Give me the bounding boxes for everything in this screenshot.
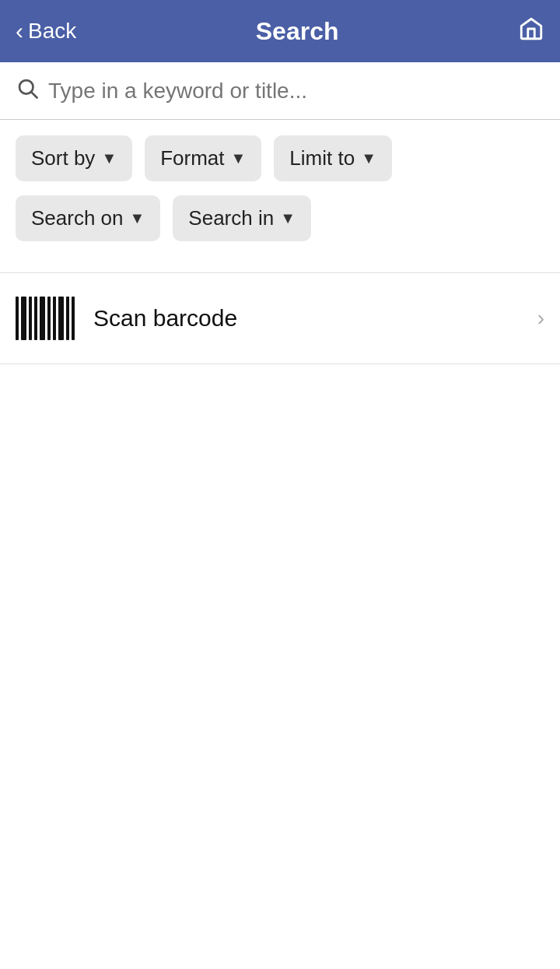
scan-barcode-label: Scan barcode	[93, 305, 537, 332]
svg-line-1	[32, 93, 37, 98]
home-icon[interactable]	[518, 16, 544, 47]
search-on-label: Search on	[31, 206, 124, 230]
search-bar	[0, 62, 560, 120]
search-in-arrow-icon: ▼	[280, 209, 296, 227]
format-button[interactable]: Format ▼	[145, 135, 261, 181]
search-on-button[interactable]: Search on ▼	[16, 195, 160, 241]
search-in-button[interactable]: Search in ▼	[173, 195, 311, 241]
sort-by-button[interactable]: Sort by ▼	[16, 135, 132, 181]
back-label: Back	[28, 19, 76, 44]
limit-to-label: Limit to	[289, 146, 355, 170]
back-button[interactable]: ‹ Back	[16, 19, 76, 44]
format-label: Format	[160, 146, 224, 170]
scan-chevron-icon: ›	[537, 306, 544, 331]
search-icon	[16, 76, 39, 105]
app-header: ‹ Back Search	[0, 0, 560, 62]
search-in-label: Search in	[188, 206, 274, 230]
sort-by-label: Sort by	[31, 146, 95, 170]
filter-row-2: Search on ▼ Search in ▼	[0, 181, 560, 249]
back-chevron-icon: ‹	[16, 19, 23, 43]
barcode-icon	[16, 297, 75, 340]
page-title: Search	[256, 17, 339, 46]
filter-row-1: Sort by ▼ Format ▼ Limit to ▼	[0, 120, 560, 181]
search-on-arrow-icon: ▼	[130, 209, 145, 227]
limit-to-button[interactable]: Limit to ▼	[274, 135, 392, 181]
sort-by-arrow-icon: ▼	[101, 149, 117, 167]
limit-to-arrow-icon: ▼	[361, 149, 376, 167]
format-arrow-icon: ▼	[231, 149, 247, 167]
search-input[interactable]	[48, 79, 544, 104]
scan-barcode-row[interactable]: Scan barcode ›	[0, 272, 560, 364]
